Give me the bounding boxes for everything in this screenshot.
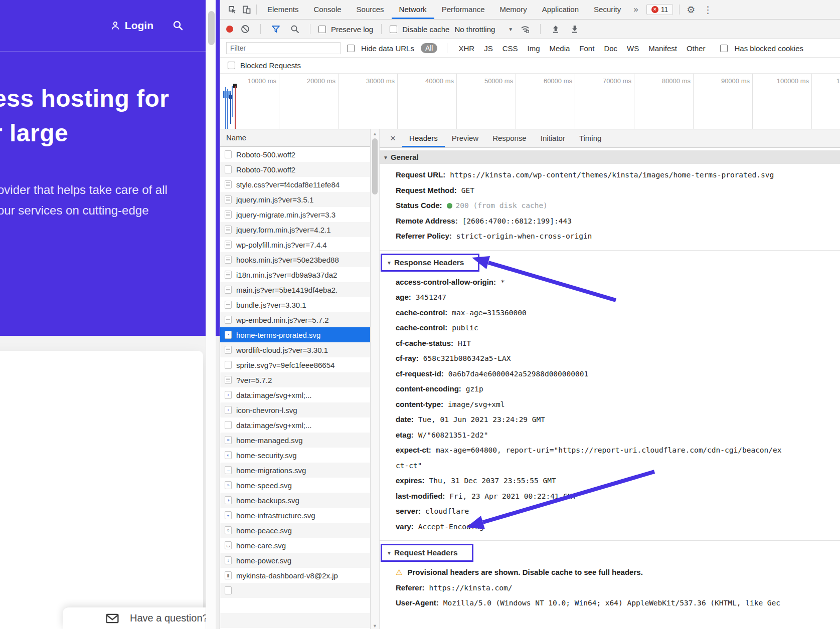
devtools-tab-application[interactable]: Application — [535, 0, 586, 18]
throttling-dropdown[interactable]: No throttling ▼ — [454, 25, 513, 34]
file-image-icon: ◡ — [225, 541, 232, 549]
chat-widget[interactable]: Have a question? — [63, 607, 206, 629]
filter-type-css[interactable]: CSS — [501, 44, 520, 53]
detail-tab-response[interactable]: Response — [485, 129, 534, 146]
devtools-tab-elements[interactable]: Elements — [260, 0, 306, 18]
request-row[interactable]: ◐home-security.svg — [220, 448, 370, 463]
clear-icon[interactable] — [238, 23, 252, 36]
section-header-response-headers[interactable]: ▼Response Headers — [381, 254, 479, 272]
filter-type-all[interactable]: All — [421, 43, 438, 53]
error-badge[interactable]: × 11 — [646, 4, 674, 15]
page-scrollbar[interactable] — [206, 0, 216, 629]
filter-type-media[interactable]: Media — [548, 44, 572, 53]
request-row[interactable]: jquery.form.min.js?ver=4.2.1 — [220, 222, 370, 237]
disable-cache-checkbox[interactable] — [390, 26, 397, 33]
detail-tab-initiator[interactable]: Initiator — [534, 129, 572, 146]
inspect-element-icon[interactable] — [225, 3, 239, 16]
request-row[interactable]: Roboto-700.woff2 — [220, 162, 370, 177]
section-header-general[interactable]: ▼General — [380, 150, 840, 164]
filter-type-ws[interactable]: WS — [625, 44, 640, 53]
request-name: jquery.min.js?ver=3.5.1 — [236, 195, 313, 204]
filter-funnel-icon[interactable] — [269, 23, 283, 36]
devtools-tab-network[interactable]: Network — [392, 0, 434, 19]
request-row[interactable]: wp-embed.min.js?ver=5.7.2 — [220, 312, 370, 327]
request-row[interactable] — [220, 583, 370, 598]
request-row[interactable]: Roboto-500.woff2 — [220, 147, 370, 162]
device-toolbar-icon[interactable] — [239, 3, 253, 16]
request-row[interactable]: ?ver=5.7.2 — [220, 372, 370, 387]
hide-data-urls-checkbox[interactable] — [347, 45, 355, 52]
blocked-requests-label: Blocked Requests — [240, 61, 301, 70]
request-row[interactable]: hooks.min.js?ver=50e23bed88 — [220, 252, 370, 267]
login-button[interactable]: Login — [110, 20, 153, 32]
filter-type-js[interactable]: JS — [482, 44, 494, 53]
request-name: jquery.form.min.js?ver=4.2.1 — [236, 226, 331, 234]
request-row[interactable]: ◑home-backups.svg — [220, 493, 370, 508]
search-icon[interactable] — [288, 23, 302, 36]
export-har-icon[interactable] — [568, 23, 582, 36]
devtools-tab-console[interactable]: Console — [306, 0, 349, 18]
has-blocked-cookies-label: Has blocked cookies — [734, 44, 803, 53]
filter-input[interactable] — [226, 42, 341, 54]
devtools-tab-memory[interactable]: Memory — [492, 0, 535, 18]
request-row[interactable]: ≡home-managed.svg — [220, 433, 370, 448]
settings-gear-icon[interactable]: ⚙ — [683, 4, 699, 16]
scroll-up-icon[interactable]: ▲ — [373, 131, 377, 136]
request-row[interactable]: ▮mykinsta-dashboard-v8@2x.jp — [220, 568, 370, 583]
request-row[interactable]: wp-polyfill.min.js?ver=7.4.4 — [220, 237, 370, 252]
request-row[interactable]: bundle.js?ver=3.30.1 — [220, 297, 370, 312]
filter-type-xhr[interactable]: XHR — [457, 44, 476, 53]
detail-tab-headers[interactable]: Headers — [402, 129, 445, 147]
request-row[interactable]: style.css?ver=f4cdaf8e11efe84 — [220, 177, 370, 192]
section-header-request-headers[interactable]: ▼Request Headers — [381, 544, 473, 562]
request-row[interactable]: main.js?ver=5be1419df4eba2. — [220, 282, 370, 297]
request-row[interactable]: →home-migrations.svg — [220, 463, 370, 478]
filter-type-other[interactable]: Other — [685, 44, 707, 53]
filter-type-font[interactable]: Font — [578, 44, 596, 53]
filter-type-manifest[interactable]: Manifest — [647, 44, 679, 53]
request-row[interactable]: ›icon-chevron-l.svg — [220, 402, 370, 417]
timeline-tick-3: 30000 ms — [339, 74, 398, 129]
request-row-selected[interactable]: ◔home-terms-prorated.svg — [220, 327, 370, 342]
page-scrollbar-thumb[interactable] — [208, 11, 215, 45]
import-har-icon[interactable] — [549, 23, 563, 36]
request-name: i18n.min.js?ver=db9a9a37da2 — [236, 271, 337, 279]
header-key: access-control-allow-origin: — [396, 278, 496, 286]
request-row[interactable]: ○home-peace.svg — [220, 523, 370, 538]
record-button[interactable] — [226, 26, 233, 33]
name-column-header[interactable]: Name — [220, 129, 370, 147]
detail-tab-timing[interactable]: Timing — [572, 129, 608, 146]
more-tabs-chevron[interactable]: » — [628, 5, 643, 15]
scroll-down-icon[interactable]: ▼ — [373, 623, 377, 628]
collapse-caret-icon: ▼ — [383, 155, 388, 160]
close-icon[interactable]: × — [384, 133, 402, 144]
scrollbar-thumb[interactable] — [372, 138, 378, 194]
header-key: Referer: — [396, 583, 425, 592]
request-row[interactable]: data:image/svg+xml;... — [220, 417, 370, 433]
request-list-scrollbar[interactable]: ▲ ▼ — [371, 129, 380, 629]
request-row[interactable]: ◒home-infrastructure.svg — [220, 508, 370, 523]
kebab-menu-icon[interactable]: ⋮ — [699, 4, 717, 16]
divider — [447, 43, 447, 53]
devtools-tab-performance[interactable]: Performance — [434, 0, 492, 18]
preserve-log-checkbox[interactable] — [318, 26, 326, 33]
request-row[interactable]: ↓home-power.svg — [220, 553, 370, 568]
request-row[interactable]: i18n.min.js?ver=db9a9a37da2 — [220, 267, 370, 282]
filter-type-img[interactable]: Img — [526, 44, 541, 53]
request-row[interactable]: sprite.svg?v=9efc1feee86654 — [220, 357, 370, 372]
request-row[interactable]: ›data:image/svg+xml;... — [220, 387, 370, 402]
request-row[interactable]: wordlift-cloud.js?ver=3.30.1 — [220, 342, 370, 357]
request-row[interactable]: »home-speed.svg — [220, 478, 370, 493]
blocked-requests-checkbox[interactable] — [228, 62, 235, 69]
detail-tab-preview[interactable]: Preview — [445, 129, 485, 146]
search-icon[interactable] — [173, 20, 184, 31]
network-conditions-icon[interactable] — [518, 23, 532, 36]
request-row[interactable]: jquery-migrate.min.js?ver=3.3 — [220, 207, 370, 222]
request-row[interactable]: jquery.min.js?ver=3.5.1 — [220, 192, 370, 207]
has-blocked-cookies-checkbox[interactable] — [720, 45, 728, 52]
timeline-overview[interactable]: 10000 ms20000 ms30000 ms40000 ms50000 ms… — [220, 73, 840, 129]
devtools-tab-security[interactable]: Security — [586, 0, 628, 18]
devtools-tab-sources[interactable]: Sources — [349, 0, 392, 18]
filter-type-doc[interactable]: Doc — [602, 44, 619, 53]
request-row[interactable]: ◡home-care.svg — [220, 538, 370, 553]
